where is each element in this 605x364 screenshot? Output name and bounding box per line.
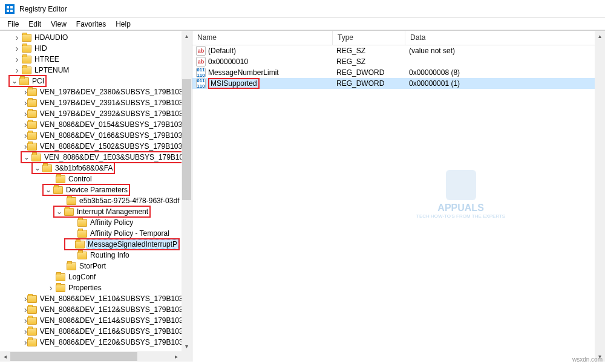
window-title: Registry Editor bbox=[19, 5, 67, 13]
folder-icon bbox=[27, 317, 37, 325]
tree-node-ven4[interactable]: VEN_8086&DEV_0166&SUBSYS_179B103C& bbox=[0, 130, 192, 141]
string-value-icon: ab bbox=[196, 57, 206, 67]
tree-node-interrupt-management[interactable]: Interrupt Management bbox=[0, 206, 192, 217]
value-row-0x10[interactable]: ab 0x00000010 REG_SZ bbox=[192, 56, 605, 67]
tree-node-ven0[interactable]: VEN_197B&DEV_2380&SUBSYS_179B103C& bbox=[0, 86, 192, 97]
tree-node-ven6[interactable]: VEN_8086&DEV_1E03&SUBSYS_179B103C& bbox=[0, 152, 192, 163]
folder-icon bbox=[56, 284, 65, 292]
chevron-right-icon[interactable] bbox=[24, 87, 27, 97]
chevron-right-icon[interactable] bbox=[46, 283, 56, 293]
svg-rect-3 bbox=[10, 10, 13, 12]
menubar: File Edit View Favorites Help bbox=[0, 18, 605, 30]
chevron-right-icon[interactable] bbox=[12, 44, 22, 53]
folder-icon bbox=[31, 154, 41, 161]
tree-node-ven2[interactable]: VEN_197B&DEV_2392&SUBSYS_179B103C& bbox=[0, 108, 192, 119]
tree-node-ven3[interactable]: VEN_8086&DEV_0154&SUBSYS_179B103C& bbox=[0, 119, 192, 130]
column-header-data[interactable]: Data bbox=[405, 31, 605, 45]
tree-node-affinity-policy[interactable]: Affinity Policy bbox=[0, 217, 192, 228]
watermark: APPUALS TECH HOW-TO'S FROM THE EXPERTS bbox=[416, 170, 505, 219]
chevron-down-icon[interactable] bbox=[22, 152, 31, 162]
tree-node-ven10[interactable]: VEN_8086&DEV_1E16&SUBSYS_179B103C& bbox=[0, 326, 192, 337]
value-row-msi-supported[interactable]: 011110 MSISupported REG_DWORD 0x00000001… bbox=[192, 78, 605, 89]
tree-leaf-icon bbox=[57, 261, 67, 271]
svg-rect-2 bbox=[7, 10, 9, 12]
list-scrollbar-vertical[interactable]: ▴ ▾ bbox=[595, 31, 605, 362]
menu-file[interactable]: File bbox=[2, 19, 24, 30]
folder-icon bbox=[64, 208, 74, 216]
registry-tree: HDAUDIO HID HTREE LPTENUM PCI VEN_197B&D… bbox=[0, 31, 192, 349]
folder-icon bbox=[77, 230, 87, 238]
folder-icon bbox=[56, 175, 65, 183]
chevron-right-icon[interactable] bbox=[12, 65, 22, 75]
chevron-right-icon[interactable] bbox=[24, 327, 27, 336]
value-row-message-number-limit[interactable]: 011110 MessageNumberLimit REG_DWORD 0x00… bbox=[192, 67, 605, 78]
tree-node-hid[interactable]: HID bbox=[0, 43, 192, 54]
chevron-right-icon[interactable] bbox=[24, 294, 27, 304]
tree-node-ven8[interactable]: VEN_8086&DEV_1E12&SUBSYS_179B103C& bbox=[0, 304, 192, 315]
tree-node-ven1[interactable]: VEN_197B&DEV_2391&SUBSYS_179B103C& bbox=[0, 97, 192, 108]
chevron-right-icon[interactable] bbox=[24, 316, 27, 325]
scroll-thumb[interactable] bbox=[182, 79, 191, 200]
menu-help[interactable]: Help bbox=[111, 19, 136, 30]
chevron-right-icon[interactable] bbox=[24, 337, 27, 347]
tree-node-ven5[interactable]: VEN_8086&DEV_1502&SUBSYS_179B103C& bbox=[0, 141, 192, 152]
scroll-down-icon[interactable]: ▾ bbox=[182, 341, 192, 351]
folder-icon bbox=[77, 252, 87, 259]
svg-rect-1 bbox=[10, 6, 13, 8]
tree-node-logconf[interactable]: LogConf bbox=[0, 271, 192, 282]
chevron-down-icon[interactable] bbox=[33, 163, 42, 173]
tree-node-guid[interactable]: e5b3b5ac-9725-4f78-963f-03df bbox=[0, 195, 192, 206]
menu-favorites[interactable]: Favorites bbox=[71, 19, 111, 30]
tree-node-hdaudio[interactable]: HDAUDIO bbox=[0, 32, 192, 43]
folder-icon bbox=[27, 110, 37, 118]
appuals-logo-icon bbox=[446, 170, 476, 200]
chevron-right-icon[interactable] bbox=[12, 54, 22, 64]
folder-icon bbox=[22, 45, 31, 53]
tree-node-routing-info[interactable]: Routing Info bbox=[0, 250, 192, 261]
chevron-down-icon[interactable] bbox=[10, 76, 19, 86]
scroll-thumb[interactable] bbox=[10, 352, 137, 361]
menu-view[interactable]: View bbox=[46, 19, 71, 30]
column-header-type[interactable]: Type bbox=[333, 31, 405, 45]
value-row-default[interactable]: ab (Default) REG_SZ (value not set) bbox=[192, 45, 605, 56]
scroll-up-icon[interactable]: ▴ bbox=[182, 31, 192, 41]
tree-scrollbar-vertical[interactable]: ▴ ▾ bbox=[182, 31, 192, 351]
scroll-right-icon[interactable]: ▸ bbox=[171, 351, 182, 362]
chevron-right-icon[interactable] bbox=[24, 141, 27, 151]
folder-icon bbox=[27, 121, 37, 129]
folder-icon bbox=[27, 328, 37, 336]
chevron-right-icon[interactable] bbox=[12, 33, 22, 42]
values-pane: Name Type Data ab (Default) REG_SZ (valu… bbox=[192, 31, 605, 362]
menu-edit[interactable]: Edit bbox=[24, 19, 46, 30]
app-icon bbox=[5, 4, 15, 14]
tree-pane: HDAUDIO HID HTREE LPTENUM PCI VEN_197B&D… bbox=[0, 31, 192, 362]
tree-node-htree[interactable]: HTREE bbox=[0, 54, 192, 65]
chevron-right-icon[interactable] bbox=[24, 109, 27, 119]
tree-node-lptenum[interactable]: LPTENUM bbox=[0, 65, 192, 76]
tree-node-device-parameters[interactable]: Device Parameters bbox=[0, 184, 192, 195]
folder-icon bbox=[27, 339, 37, 346]
folder-icon bbox=[27, 306, 37, 314]
chevron-right-icon[interactable] bbox=[24, 120, 27, 129]
chevron-right-icon[interactable] bbox=[24, 131, 27, 140]
tree-node-storport[interactable]: StorPort bbox=[0, 261, 192, 271]
tree-scrollbar-horizontal[interactable]: ◂ ▸ bbox=[0, 351, 182, 362]
chevron-down-icon[interactable] bbox=[44, 185, 53, 195]
chevron-right-icon[interactable] bbox=[24, 305, 27, 314]
tree-leaf-icon bbox=[46, 174, 56, 184]
tree-node-instance[interactable]: 3&b1bfb68&0&FA bbox=[0, 163, 192, 174]
tree-node-properties[interactable]: Properties bbox=[0, 282, 192, 293]
tree-node-ven9[interactable]: VEN_8086&DEV_1E14&SUBSYS_179B103C& bbox=[0, 315, 192, 326]
tree-node-control[interactable]: Control bbox=[0, 174, 192, 184]
tree-node-message-signaled-interrupt[interactable]: MessageSignaledInterruptP bbox=[0, 239, 192, 250]
chevron-right-icon[interactable] bbox=[24, 98, 27, 108]
tree-node-affinity-policy-temporal[interactable]: Affinity Policy - Temporal bbox=[0, 228, 192, 239]
chevron-down-icon[interactable] bbox=[54, 207, 64, 216]
column-header-name[interactable]: Name bbox=[192, 31, 333, 45]
scroll-left-icon[interactable]: ◂ bbox=[0, 351, 10, 362]
tree-node-pci[interactable]: PCI bbox=[0, 76, 192, 86]
scroll-up-icon[interactable]: ▴ bbox=[595, 31, 605, 41]
folder-icon bbox=[27, 88, 37, 96]
tree-node-ven7[interactable]: VEN_8086&DEV_1E10&SUBSYS_179B103C& bbox=[0, 293, 192, 304]
tree-node-ven11[interactable]: VEN_8086&DEV_1E20&SUBSYS_179B103C& bbox=[0, 337, 192, 348]
